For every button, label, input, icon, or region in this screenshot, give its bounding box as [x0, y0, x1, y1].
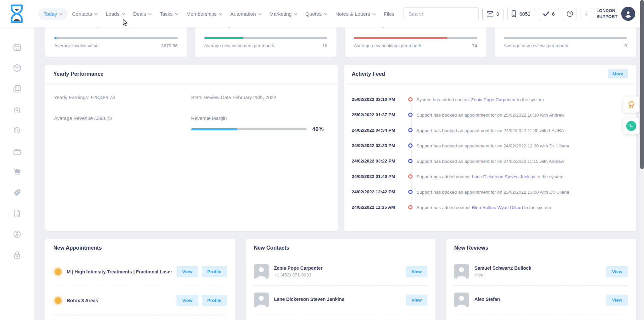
average-revenue: Avarage Revenue £390.23	[54, 116, 191, 133]
orders-icon[interactable]	[13, 105, 21, 114]
nav-label: Today	[44, 11, 57, 17]
hourglass-logo[interactable]	[8, 4, 25, 23]
appointment-title: Botox 3 Areas	[67, 298, 98, 303]
avatar-placeholder	[454, 264, 469, 279]
nav-item-contacts[interactable]: Contacts	[68, 8, 101, 20]
pricing-icon[interactable]: $	[13, 188, 21, 197]
view-button[interactable]: View	[406, 295, 428, 306]
feed-text: Support has booked an appointment for on…	[417, 158, 564, 164]
feed-time: 24/02/2022 03:22 PM	[352, 158, 406, 164]
progress-fill	[204, 37, 244, 39]
account-icon[interactable]	[13, 230, 21, 239]
card-footer-label: Average new customers per month	[204, 43, 274, 48]
nav-item-deals[interactable]: Deals	[129, 8, 155, 20]
view-button[interactable]: View	[176, 266, 198, 277]
nav-item-notes-letters[interactable]: Notes & Letters	[332, 8, 379, 20]
view-button[interactable]: View	[406, 266, 428, 277]
feed-item: 24/02/2022 03:22 PM Support has booked a…	[352, 158, 628, 174]
topbar-right: 0 6052 6 ? i LONDON SUPPORT	[404, 7, 635, 21]
gift-icon[interactable]	[13, 147, 21, 155]
nav-label: Quotes	[306, 11, 322, 17]
feed-text: Support has added contact Lane Dickerson…	[417, 174, 564, 179]
smartphone-icon	[512, 10, 516, 17]
contact-link[interactable]: Rina Rollins Wyatt Dillard	[472, 205, 523, 210]
progress-bar	[354, 37, 477, 39]
check-icon	[543, 11, 549, 16]
progress-fill	[354, 37, 447, 39]
review-row: Samuel Schwartz Bullock Nice! View	[454, 257, 628, 286]
card-footer-value: 18	[322, 43, 327, 48]
contact-link[interactable]: Zenia Pope Carpenter	[471, 97, 516, 102]
card-footer-value: 0	[624, 43, 627, 48]
user-avatar[interactable]	[621, 7, 635, 21]
new-contacts-panel: New Contacts Zenia Pope Carpenter +1 (45…	[246, 239, 436, 320]
calls-badge[interactable]: 6052	[507, 8, 535, 20]
envelope-icon	[487, 11, 493, 17]
profile-button[interactable]: Profile	[202, 295, 227, 306]
products-icon[interactable]	[13, 64, 21, 72]
feed-time: 24/02/2022 12:42 PM	[352, 189, 406, 194]
view-button[interactable]: View	[176, 295, 198, 306]
profile-button[interactable]: Profile	[202, 266, 227, 277]
chevron-down-icon	[94, 13, 98, 15]
feed-time: 25/02/2022 01:37 PM	[352, 112, 406, 117]
nav-item-automation[interactable]: Automation	[227, 8, 265, 20]
calendar-icon[interactable]: 12	[13, 43, 21, 52]
chevron-down-icon	[294, 13, 298, 15]
contact-row: Lane Dickerson Steven Jenkins View	[254, 286, 428, 314]
cart-icon[interactable]	[13, 168, 21, 176]
feed-time: 24/02/2022 11:35 AM	[352, 205, 406, 210]
panel-title: New Reviews	[454, 245, 488, 251]
nav-item-quotes[interactable]: Quotes	[302, 8, 331, 20]
nav-item-today[interactable]: Today	[39, 8, 68, 20]
feed-marker	[408, 205, 413, 209]
nav-item-marketing[interactable]: Marketing	[266, 8, 301, 20]
pages-icon[interactable]	[13, 84, 21, 93]
stats-review-date: Stats Review Date February 28th, 2022	[191, 95, 328, 100]
review-text: Nice!	[474, 272, 531, 277]
page-scrollbar	[640, 0, 644, 320]
scrollbar-thumb[interactable]	[640, 0, 644, 169]
view-button[interactable]: View	[606, 295, 628, 306]
nav-item-memberships[interactable]: Memberships	[183, 8, 226, 20]
security-icon[interactable]	[13, 251, 21, 259]
chevron-down-icon	[219, 13, 222, 15]
appointment-title: M | High Intensity Treatments | Fraction…	[67, 269, 172, 274]
feed-text: Support has booked an appointment for on…	[417, 128, 564, 133]
location-label: LONDON SUPPORT	[596, 8, 618, 19]
feed-item: 24/02/2022 12:42 PM Support has booked a…	[352, 189, 628, 205]
contact-link[interactable]: Lane Dickerson Steven Jenkins	[472, 174, 535, 179]
nav-item-tasks[interactable]: Tasks	[156, 8, 182, 20]
progress-bar	[504, 37, 627, 39]
nav-item-files[interactable]: Files	[380, 8, 398, 20]
bottom-row: New Appointments M | High Intensity Trea…	[45, 239, 636, 320]
cart-widget-button[interactable]	[623, 97, 639, 113]
dashboard-main: Total Invoices All invoices and receipts…	[34, 0, 644, 320]
search-input[interactable]	[404, 8, 479, 20]
chevron-down-icon	[148, 13, 152, 15]
tasks-badge[interactable]: 6	[539, 8, 559, 20]
contact-name: Lane Dickerson Steven Jenkins	[274, 297, 344, 302]
yearly-performance-panel: Yearly Performance Yearly Earnings: £28,…	[45, 65, 338, 231]
messages-badge[interactable]: 0	[482, 8, 503, 20]
reviewer-name: Alex Stefan	[474, 297, 500, 302]
nav-item-leads[interactable]: Leads	[102, 8, 129, 20]
feed-time: 24/02/2022 03:23 PM	[352, 143, 406, 148]
feed-marker	[408, 190, 413, 194]
nav-label: Deals	[133, 11, 146, 17]
feed-marker	[408, 159, 413, 163]
chat-widget-button[interactable]	[623, 118, 639, 134]
appointment-row: M | High Intensity Treatments | Fraction…	[53, 257, 227, 286]
info-button[interactable]: i	[581, 8, 591, 20]
feed-marker	[408, 128, 413, 132]
help-button[interactable]: ?	[563, 8, 577, 20]
view-button[interactable]: View	[606, 266, 628, 277]
more-button[interactable]: More	[608, 69, 628, 78]
history-icon[interactable]	[13, 126, 21, 135]
chevron-down-icon	[59, 13, 63, 15]
reports-icon[interactable]	[13, 209, 21, 218]
revenue-margin-percent: 40%	[312, 126, 324, 133]
feed-text: Support has added contact Rina Rollins W…	[417, 205, 551, 210]
chevron-down-icon	[122, 13, 125, 15]
contact-row: Zenia Pope Carpenter +1 (452) 371-9933 V…	[254, 257, 428, 286]
